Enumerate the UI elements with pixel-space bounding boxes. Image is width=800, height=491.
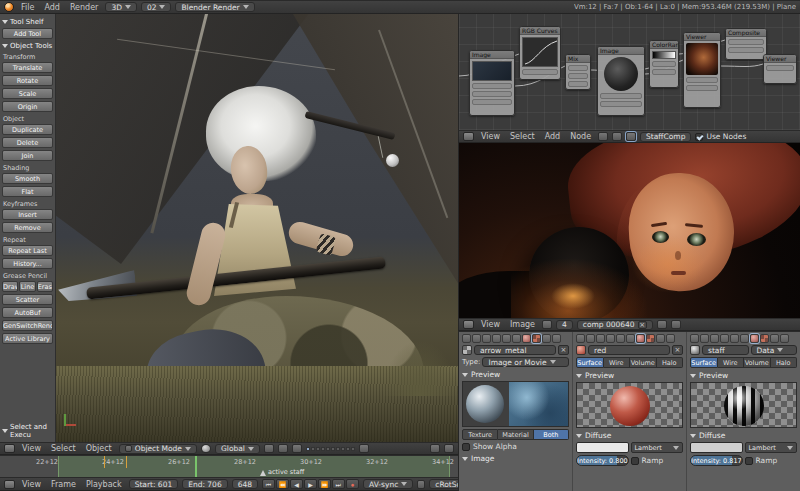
preview-panel-header[interactable]: Preview (690, 371, 797, 380)
node-field[interactable] (522, 69, 558, 75)
node-field[interactable] (568, 65, 588, 71)
origin-button[interactable]: Origin (2, 101, 53, 112)
tree-type-texture-icon[interactable] (612, 132, 622, 141)
image-menu-view[interactable]: View (478, 320, 503, 329)
layer-cell[interactable] (331, 447, 335, 451)
texture-name-field[interactable]: arrow_metal (474, 345, 556, 355)
texture-tab-icon[interactable] (760, 334, 769, 343)
preview-panel-header[interactable]: Preview (576, 371, 683, 380)
tree-type-compositing-icon[interactable] (626, 132, 636, 141)
volume-button[interactable]: Volume (630, 357, 657, 368)
halo-button[interactable]: Halo (771, 357, 798, 368)
scene-selector[interactable]: 02 (141, 2, 172, 12)
current-frame-field[interactable]: 648 (232, 479, 258, 489)
close-icon[interactable] (638, 321, 647, 329)
manipulator-translate-icon[interactable] (264, 444, 274, 453)
timeline-marker[interactable]: active staff (260, 468, 304, 476)
node-tree-name-field[interactable]: StaffComp (640, 132, 691, 142)
node-viewer-1[interactable]: Viewer (683, 32, 721, 108)
preview-panel-header[interactable]: Preview (462, 370, 569, 379)
smooth-button[interactable]: Smooth (2, 173, 53, 184)
mode-selector[interactable]: Object Mode (119, 444, 197, 454)
diffuse-intensity-slider[interactable]: Intensity: 0.800 (576, 455, 629, 466)
node-field[interactable] (728, 39, 764, 45)
node-field[interactable] (568, 73, 588, 79)
diffuse-panel-header[interactable]: Diffuse (690, 431, 797, 440)
screen-layout-selector[interactable]: 3D (105, 2, 137, 12)
view3d-menu-view[interactable]: View (19, 444, 44, 453)
image-panel-header[interactable]: Image (462, 454, 569, 463)
grease-line-button[interactable]: Line (19, 281, 35, 292)
rotate-button[interactable]: Rotate (2, 75, 53, 86)
unlink-texture-button[interactable] (558, 345, 569, 355)
node-field[interactable] (728, 47, 764, 53)
end-frame-field[interactable]: End: 706 (182, 479, 227, 489)
node-field[interactable] (568, 81, 588, 87)
link-data-selector[interactable]: Data (751, 345, 798, 355)
start-frame-field[interactable]: Start: 601 (129, 479, 179, 489)
delete-button[interactable]: Delete (2, 137, 53, 148)
diffuse-color-swatch[interactable] (576, 442, 629, 453)
ramp-checkbox[interactable]: Ramp (745, 455, 798, 466)
surface-button[interactable]: Surface (690, 357, 718, 368)
keying-set-key-icon[interactable] (417, 480, 425, 489)
menu-file[interactable]: File (18, 3, 37, 12)
viewport-shading-icon[interactable] (201, 444, 211, 453)
material-tab-icon[interactable] (750, 334, 759, 343)
play-button[interactable]: ▶ (304, 479, 317, 489)
menu-render[interactable]: Render (67, 3, 101, 12)
browse-image-icon[interactable] (542, 320, 552, 329)
jump-to-end-button[interactable]: ⏭ (332, 479, 345, 489)
object-tab-icon[interactable] (720, 334, 729, 343)
autobuf-button[interactable]: AutoBuf (2, 307, 53, 318)
texture-type-selector[interactable]: Image or Movie (482, 357, 569, 367)
world-tab-icon[interactable] (482, 334, 491, 343)
flat-button[interactable]: Flat (2, 186, 53, 197)
texture-tab-icon[interactable] (646, 334, 655, 343)
render-slot-selector[interactable]: 4 (556, 320, 573, 330)
texture-tab-icon[interactable] (532, 334, 541, 343)
render-opengl-icon[interactable] (430, 444, 440, 453)
object-tab-icon[interactable] (492, 334, 501, 343)
active-library-button[interactable]: Active Library (2, 333, 53, 344)
layer-cell[interactable] (306, 447, 310, 451)
grease-erase-button[interactable]: Erase (37, 281, 53, 292)
av-sync-selector[interactable]: AV-sync (363, 479, 413, 489)
node-image-2[interactable]: Image (597, 46, 645, 116)
layer-cell[interactable] (336, 447, 340, 451)
play-reverse-button[interactable]: ◀ (290, 479, 303, 489)
grease-draw-button[interactable]: Draw (2, 281, 18, 292)
previous-keyframe-button[interactable]: ⏪ (276, 479, 289, 489)
editor-type-image-icon[interactable] (463, 320, 474, 329)
unlink-material-button[interactable] (672, 345, 683, 355)
render-animation-icon[interactable] (444, 444, 454, 453)
node-field[interactable] (600, 93, 642, 99)
manipulator-rotate-icon[interactable] (278, 444, 288, 453)
layer-cell[interactable] (321, 447, 325, 451)
node-field[interactable] (652, 61, 676, 67)
node-menu-add[interactable]: Add (542, 132, 564, 141)
blender-logo-icon[interactable] (4, 2, 14, 12)
node-field[interactable] (686, 77, 718, 83)
diffuse-panel-header[interactable]: Diffuse (576, 431, 683, 440)
next-keyframe-button[interactable]: ⏩ (318, 479, 331, 489)
history-button[interactable]: History... (2, 258, 53, 269)
wire-button[interactable]: Wire (718, 357, 745, 368)
image-datablock-field[interactable]: comp 000640 (577, 320, 653, 330)
viewport-3d[interactable] (56, 14, 458, 442)
duplicate-button[interactable]: Duplicate (2, 124, 53, 135)
menu-add[interactable]: Add (41, 3, 63, 12)
preview-both-button[interactable]: Both (534, 429, 569, 440)
node-menu-node[interactable]: Node (567, 132, 594, 141)
modifiers-tab-icon[interactable] (730, 334, 739, 343)
layer-cell[interactable] (346, 447, 350, 451)
use-nodes-checkbox[interactable]: Use Nodes (695, 132, 746, 141)
wire-button[interactable]: Wire (604, 357, 631, 368)
editor-type-node-icon[interactable] (463, 132, 474, 141)
node-field[interactable] (600, 101, 642, 107)
diffuse-shader-selector[interactable]: Lambert (745, 442, 798, 453)
object-tab-icon[interactable] (606, 334, 615, 343)
timeline-menu-view[interactable]: View (19, 480, 44, 489)
scale-button[interactable]: Scale (2, 88, 53, 99)
preview-texture-button[interactable]: Texture (462, 429, 498, 440)
